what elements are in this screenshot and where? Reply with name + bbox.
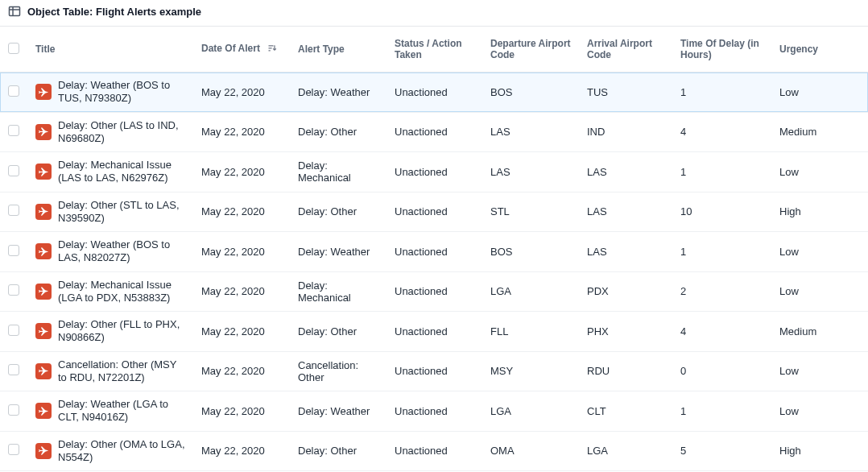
cell-urgency: Low — [771, 152, 868, 193]
cell-checkbox — [0, 271, 27, 312]
cell-urgency: Low — [771, 271, 868, 312]
flight-alert-icon — [35, 84, 52, 100]
column-header-departure[interactable]: Departure Airport Code — [482, 27, 579, 72]
cell-type: Delay: Weather — [290, 72, 386, 113]
column-header-delay[interactable]: Time Of Delay (in Hours) — [672, 27, 771, 72]
page-title: Object Table: Flight Alerts example — [27, 6, 201, 18]
table-row[interactable]: Delay: Weather (BOS to TUS, N79380Z) May… — [0, 72, 868, 113]
cell-type: Delay: Other — [290, 112, 386, 152]
row-title-text: Cancellation: Other (MSY to RDU, N72201Z… — [58, 358, 185, 385]
row-checkbox[interactable] — [8, 205, 19, 216]
cell-checkbox — [0, 431, 27, 471]
flight-alert-icon — [35, 403, 52, 419]
row-checkbox[interactable] — [8, 165, 19, 176]
cell-title: Cancellation: Other (MSY to RDU, N72201Z… — [27, 351, 193, 391]
cell-checkbox — [0, 391, 27, 432]
cell-departure: LAS — [482, 152, 579, 193]
cell-arrival: TUS — [579, 72, 672, 113]
cell-delay: 1 — [672, 232, 771, 272]
row-checkbox[interactable] — [8, 444, 19, 455]
table-header-row: Title Date Of Alert Alert Type Status / … — [0, 27, 868, 72]
column-header-urgency[interactable]: Urgency — [771, 27, 868, 72]
row-checkbox[interactable] — [8, 325, 19, 336]
cell-title: Delay: Mechanical Issue (LGA to PDX, N53… — [27, 271, 193, 312]
cell-delay: 1 — [672, 72, 771, 113]
table-row[interactable]: Delay: Weather (BOS to LAS, N82027Z) May… — [0, 232, 868, 272]
flight-alert-icon — [35, 443, 52, 459]
cell-status: Unactioned — [386, 271, 482, 312]
cell-urgency: High — [771, 192, 868, 232]
cell-status: Unactioned — [386, 72, 482, 113]
column-header-status[interactable]: Status / Action Taken — [386, 27, 482, 72]
row-title-text: Delay: Other (LAS to IND, N69680Z) — [58, 119, 185, 146]
page-header: Object Table: Flight Alerts example — [0, 0, 868, 26]
row-checkbox[interactable] — [8, 245, 19, 256]
cell-date: May 22, 2020 — [193, 312, 290, 352]
cell-departure: LGA — [482, 271, 579, 312]
select-all-checkbox[interactable] — [8, 43, 19, 54]
cell-departure: BOS — [482, 232, 579, 272]
column-header-arrival[interactable]: Arrival Airport Code — [579, 27, 672, 72]
table-row[interactable]: Delay: Mechanical Issue (LAS to LAS, N62… — [0, 152, 868, 193]
cell-status: Unactioned — [386, 112, 482, 152]
cell-departure: OMA — [482, 431, 579, 471]
cell-status: Unactioned — [386, 391, 482, 432]
column-header-title[interactable]: Title — [27, 27, 193, 72]
row-checkbox[interactable] — [8, 284, 19, 296]
row-title-text: Delay: Other (STL to LAS, N39590Z) — [58, 199, 185, 226]
cell-date: May 22, 2020 — [193, 72, 290, 113]
cell-departure: FLL — [482, 312, 579, 352]
row-checkbox[interactable] — [8, 125, 19, 136]
cell-arrival: CLT — [579, 391, 672, 432]
table-row[interactable]: Delay: Weather (LGA to CLT, N94016Z) May… — [0, 391, 868, 432]
row-checkbox[interactable] — [8, 85, 19, 97]
cell-arrival: PDX — [579, 271, 672, 312]
table-row[interactable]: Delay: Other (STL to LAS, N39590Z) May 2… — [0, 192, 868, 232]
cell-checkbox — [0, 72, 27, 113]
column-header-date-label: Date Of Alert — [201, 43, 260, 54]
svg-rect-5 — [269, 50, 271, 51]
cell-arrival: LGA — [579, 431, 672, 471]
row-checkbox[interactable] — [8, 404, 19, 416]
flight-alert-icon — [35, 284, 52, 300]
cell-type: Delay: Weather — [290, 391, 386, 432]
column-header-date[interactable]: Date Of Alert — [193, 27, 290, 72]
cell-date: May 22, 2020 — [193, 271, 290, 312]
cell-arrival: IND — [579, 112, 672, 152]
cell-arrival: PHX — [579, 312, 672, 352]
cell-status: Unactioned — [386, 152, 482, 193]
cell-title: Delay: Weather (BOS to LAS, N82027Z) — [27, 232, 193, 272]
row-title-text: Delay: Other (OMA to LGA, N554Z) — [58, 438, 185, 465]
cell-arrival: LAS — [579, 232, 672, 272]
cell-title: Delay: Weather (BOS to TUS, N79380Z) — [27, 72, 193, 113]
table-row[interactable]: Delay: Other (LAS to IND, N69680Z) May 2… — [0, 112, 868, 152]
cell-checkbox — [0, 312, 27, 352]
cell-date: May 22, 2020 — [193, 431, 290, 471]
cell-status: Unactioned — [386, 431, 482, 471]
cell-type: Delay: Mechanical — [290, 271, 386, 312]
cell-title: Delay: Other (OMA to LGA, N554Z) — [27, 431, 193, 471]
cell-checkbox — [0, 232, 27, 272]
column-header-checkbox[interactable] — [0, 27, 27, 72]
table-row[interactable]: Cancellation: Other (MSY to RDU, N72201Z… — [0, 351, 868, 391]
column-header-type[interactable]: Alert Type — [290, 27, 386, 72]
cell-delay: 1 — [672, 152, 771, 193]
cell-urgency: Low — [771, 391, 868, 432]
row-title-text: Delay: Weather (BOS to LAS, N82027Z) — [58, 238, 185, 265]
row-title-text: Delay: Weather (LGA to CLT, N94016Z) — [58, 398, 185, 424]
svg-rect-4 — [269, 48, 272, 48]
cell-delay: 4 — [672, 312, 771, 352]
cell-arrival: LAS — [579, 152, 672, 193]
table-row[interactable]: Delay: Other (OMA to LGA, N554Z) May 22,… — [0, 431, 868, 471]
cell-delay: 10 — [672, 192, 771, 232]
cell-delay: 2 — [672, 271, 771, 312]
table-row[interactable]: Delay: Mechanical Issue (LGA to PDX, N53… — [0, 271, 868, 312]
sort-descending-icon — [267, 43, 277, 56]
row-checkbox[interactable] — [8, 364, 19, 375]
cell-departure: LGA — [482, 391, 579, 432]
row-title-text: Delay: Weather (BOS to TUS, N79380Z) — [58, 79, 185, 106]
cell-checkbox — [0, 351, 27, 391]
table-row[interactable]: Delay: Other (FLL to PHX, N90866Z) May 2… — [0, 312, 868, 352]
cell-title: Delay: Other (LAS to IND, N69680Z) — [27, 112, 193, 152]
cell-urgency: Medium — [771, 112, 868, 152]
